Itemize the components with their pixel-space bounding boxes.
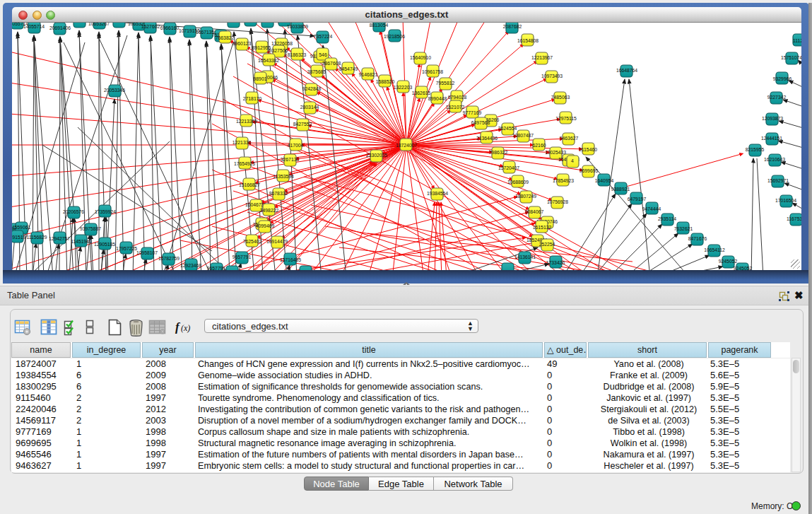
svg-text:12444151: 12444151: [761, 136, 782, 141]
svg-text:1527602: 1527602: [141, 24, 160, 29]
svg-text:10958107: 10958107: [136, 250, 158, 255]
svg-text:9474444: 9474444: [642, 206, 661, 211]
svg-text:546: 546: [319, 52, 327, 57]
svg-text:2935114: 2935114: [658, 216, 676, 221]
svg-text:9245052: 9245052: [719, 259, 738, 264]
svg-text:9115460: 9115460: [579, 147, 597, 152]
svg-text:16543382: 16543382: [258, 58, 279, 63]
svg-text:98901: 98901: [254, 76, 267, 81]
svg-text:9084067: 9084067: [525, 209, 544, 214]
svg-text:9329966: 9329966: [773, 76, 792, 81]
svg-text:12093873: 12093873: [762, 116, 783, 121]
svg-text:9327506: 9327506: [269, 48, 288, 53]
svg-text:7663822: 7663822: [216, 35, 235, 40]
svg-text:1167533: 1167533: [787, 216, 801, 221]
svg-text:20691406: 20691406: [49, 25, 71, 30]
svg-text:15692971: 15692971: [767, 178, 789, 183]
svg-text:16033809: 16033809: [287, 24, 308, 29]
svg-text:10654112: 10654112: [704, 247, 725, 252]
svg-text:8678332: 8678332: [269, 191, 288, 196]
svg-text:9227342: 9227342: [767, 95, 787, 100]
svg-text:15640910: 15640910: [410, 55, 431, 60]
svg-text:10973493: 10973493: [541, 74, 563, 78]
svg-text:18807249: 18807249: [515, 194, 536, 199]
svg-text:19384554: 19384554: [427, 191, 448, 196]
svg-text:8912955: 8912955: [252, 45, 271, 50]
svg-text:12923468: 12923468: [180, 263, 201, 268]
svg-text:17359924: 17359924: [95, 209, 116, 214]
svg-text:3624554: 3624554: [498, 126, 517, 131]
svg-text:6497568: 6497568: [471, 120, 490, 125]
svg-text:10653267: 10653267: [88, 23, 110, 26]
svg-text:8427552: 8427552: [293, 122, 312, 127]
svg-text:2867608: 2867608: [322, 61, 341, 66]
svg-text:8471676: 8471676: [688, 236, 707, 241]
svg-text:12942757: 12942757: [49, 236, 70, 241]
svg-text:12905185: 12905185: [94, 242, 115, 247]
svg-text:15716485: 15716485: [280, 257, 301, 262]
svg-text:2803144: 2803144: [300, 105, 319, 110]
svg-text:1221336: 1221336: [233, 140, 252, 145]
svg-text:1615132: 1615132: [533, 225, 552, 230]
svg-text:15751074: 15751074: [781, 55, 801, 60]
svg-text:1362615: 1362615: [412, 90, 431, 95]
svg-text:15720407: 15720407: [498, 165, 519, 170]
svg-text:417004: 417004: [288, 143, 304, 148]
svg-text:9146821: 9146821: [359, 72, 378, 77]
svg-text:11451941: 11451941: [71, 239, 92, 244]
svg-text:16210643: 16210643: [764, 157, 785, 162]
svg-text:2718170: 2718170: [243, 96, 262, 101]
svg-text:17854923: 17854923: [553, 178, 574, 183]
svg-text:4: 4: [571, 158, 574, 163]
svg-text:9777169: 9777169: [463, 110, 482, 115]
svg-text:6794028: 6794028: [448, 95, 467, 100]
svg-text:12213369: 12213369: [236, 119, 257, 124]
svg-text:9463627: 9463627: [560, 136, 579, 141]
svg-text:7485063: 7485063: [551, 95, 570, 100]
svg-text:2087682: 2087682: [503, 24, 522, 29]
svg-text:7955812: 7955812: [436, 81, 455, 86]
svg-text:10688609: 10688609: [507, 180, 529, 185]
svg-text:19218506: 19218506: [384, 34, 405, 39]
svg-text:14055714: 14055714: [23, 24, 45, 29]
svg-text:12975115: 12975115: [555, 116, 577, 121]
svg-text:10807487: 10807487: [512, 133, 534, 138]
svg-text:9657791: 9657791: [207, 266, 226, 270]
svg-text:93975887: 93975887: [80, 226, 101, 231]
svg-text:8454749: 8454749: [339, 66, 358, 71]
svg-text:1733426: 1733426: [546, 260, 565, 265]
svg-text:62160: 62160: [533, 143, 546, 148]
svg-text:17957225: 17957225: [116, 246, 137, 251]
svg-text:20206576: 20206576: [63, 209, 84, 214]
svg-text:8960123: 8960123: [233, 41, 252, 46]
svg-text:16154808: 16154808: [517, 38, 539, 43]
svg-text:9388921: 9388921: [611, 187, 630, 192]
svg-text:9245052: 9245052: [734, 266, 753, 270]
svg-text:11353594: 11353594: [273, 174, 294, 179]
svg-text:9242848: 9242848: [302, 86, 322, 91]
svg-text:10756928: 10756928: [547, 199, 568, 204]
svg-text:8186323: 8186323: [288, 52, 307, 57]
svg-text:8215955: 8215955: [746, 147, 765, 152]
svg-text:252254: 252254: [539, 242, 555, 247]
svg-text:21364436: 21364436: [476, 136, 498, 141]
svg-text:9657791: 9657791: [233, 255, 252, 259]
svg-text:23302035: 23302035: [366, 153, 387, 158]
svg-text:14136141: 14136141: [514, 255, 536, 259]
svg-text:9699695: 9699695: [579, 168, 599, 173]
svg-text:17016504: 17016504: [775, 198, 796, 203]
svg-text:12213967: 12213967: [531, 55, 553, 60]
svg-text:15166827: 15166827: [239, 182, 260, 187]
svg-text:16782759: 16782759: [158, 256, 180, 261]
svg-text:11121: 11121: [793, 38, 801, 43]
svg-text:7986322: 7986322: [489, 150, 508, 155]
svg-text:8990448: 8990448: [428, 96, 447, 101]
svg-text:3875685: 3875685: [307, 69, 326, 74]
svg-text:f: f: [175, 320, 181, 334]
svg-text:(x): (x): [181, 323, 190, 333]
svg-text:1621072: 1621072: [446, 105, 465, 110]
svg-text:7625402: 7625402: [243, 239, 262, 244]
svg-text:16648764: 16648764: [616, 68, 637, 73]
svg-text:18724007: 18724007: [396, 143, 417, 148]
svg-text:11156829: 11156829: [26, 235, 47, 240]
